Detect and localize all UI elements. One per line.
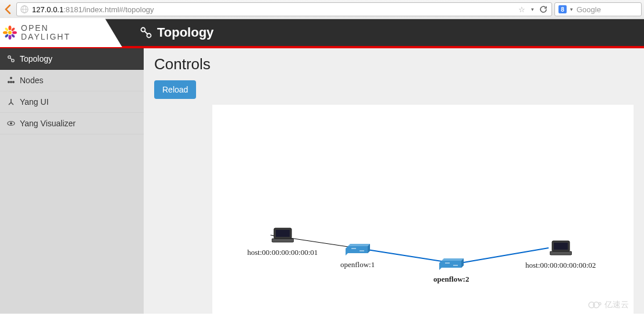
yang-ui-icon xyxy=(7,98,15,106)
browser-search-box[interactable]: 8 ▾ Google xyxy=(554,2,642,16)
switch-icon xyxy=(439,257,464,270)
url-text: 127.0.0.1:8181/index.html#/topology xyxy=(32,5,515,14)
sidebar-item-label: Yang Visualizer xyxy=(20,119,76,128)
browser-back-button[interactable] xyxy=(2,2,14,16)
watermark-text: 亿速云 xyxy=(604,300,629,310)
page-title: Topology xyxy=(157,25,214,40)
svg-point-13 xyxy=(147,34,151,38)
node-label: host:00:00:00:00:00:01 xyxy=(247,248,318,257)
sidebar-item-topology[interactable]: Topology xyxy=(0,48,144,70)
content-title: Controls xyxy=(154,55,634,73)
svg-point-19 xyxy=(8,81,10,83)
topology-node-host1[interactable]: host:00:00:00:00:00:01 xyxy=(247,227,318,257)
svg-rect-25 xyxy=(276,230,290,237)
svg-point-12 xyxy=(141,28,145,32)
watermark: 亿速云 xyxy=(588,300,629,310)
sidebar-item-label: Topology xyxy=(20,54,52,63)
nodes-icon xyxy=(7,76,15,84)
svg-rect-33 xyxy=(550,251,572,255)
sidebar-item-label: Nodes xyxy=(20,76,43,85)
sidebar-item-yang-ui[interactable]: Yang UI xyxy=(0,91,144,113)
svg-point-4 xyxy=(9,26,12,30)
eye-icon xyxy=(7,119,15,127)
svg-point-11 xyxy=(5,27,9,32)
browser-reload-icon[interactable] xyxy=(539,5,548,14)
url-dropdown-icon[interactable]: ▾ xyxy=(531,6,534,12)
topology-node-sw1[interactable]: openflow:1 xyxy=(340,243,375,269)
svg-rect-26 xyxy=(272,239,294,242)
bookmark-star-icon[interactable]: ☆ xyxy=(518,5,525,14)
svg-point-7 xyxy=(3,31,8,34)
opendaylight-logo-icon xyxy=(2,25,17,40)
svg-line-17 xyxy=(10,58,12,60)
topology-icon xyxy=(7,55,15,63)
switch-icon xyxy=(346,243,370,255)
node-label: openflow:1 xyxy=(340,260,375,269)
node-label: host:00:00:00:00:00:02 xyxy=(525,261,596,270)
browser-toolbar: 127.0.0.1:8181/index.html#/topology ☆ ▾ … xyxy=(0,0,644,19)
topology-canvas[interactable]: host:00:00:00:00:00:01openflow:1openflow… xyxy=(212,105,634,314)
topology-icon xyxy=(140,26,152,39)
logo-section[interactable]: OPEN DAYLIGHT xyxy=(0,18,105,47)
google-icon: 8 xyxy=(558,5,567,13)
sidebar-item-label: Yang UI xyxy=(20,97,49,106)
host-icon xyxy=(550,240,572,256)
svg-point-21 xyxy=(12,81,15,83)
sidebar-item-yang-visualizer[interactable]: Yang Visualizer xyxy=(0,113,144,134)
node-label: openflow:2 xyxy=(433,275,469,284)
url-bar[interactable]: 127.0.0.1:8181/index.html#/topology ☆ ▾ xyxy=(16,2,552,16)
svg-point-5 xyxy=(12,31,17,34)
svg-point-23 xyxy=(10,122,12,125)
search-engine-dropdown-icon[interactable]: ▾ xyxy=(570,6,573,12)
main-layout: Topology Nodes Yang UI Yang Visualizer C… xyxy=(0,48,644,314)
app-header: OPEN DAYLIGHT Topology xyxy=(0,19,644,48)
globe-icon xyxy=(20,5,29,13)
svg-point-8 xyxy=(11,27,16,32)
reload-button[interactable]: Reload xyxy=(154,80,196,99)
watermark-icon xyxy=(588,301,602,309)
topology-node-host2[interactable]: host:00:00:00:00:00:02 xyxy=(525,240,596,270)
svg-line-14 xyxy=(145,31,148,34)
logo-text: OPEN DAYLIGHT xyxy=(21,24,70,42)
svg-point-20 xyxy=(10,81,12,83)
svg-point-36 xyxy=(599,303,601,305)
svg-point-6 xyxy=(9,35,12,40)
svg-rect-32 xyxy=(554,243,568,250)
svg-point-3 xyxy=(8,31,12,34)
header-title-section: Topology xyxy=(140,25,214,40)
sidebar-item-nodes[interactable]: Nodes xyxy=(0,70,144,91)
topology-links-layer xyxy=(212,105,634,314)
svg-point-18 xyxy=(10,77,12,79)
sidebar: Topology Nodes Yang UI Yang Visualizer xyxy=(0,48,144,314)
svg-point-9 xyxy=(11,34,16,38)
svg-point-10 xyxy=(5,34,9,38)
topology-node-sw2[interactable]: openflow:2 xyxy=(433,257,469,284)
content-area: Controls Reload host:00:00:00:00:00:01op… xyxy=(144,48,644,314)
host-icon xyxy=(272,227,294,243)
search-placeholder: Google xyxy=(577,5,601,14)
